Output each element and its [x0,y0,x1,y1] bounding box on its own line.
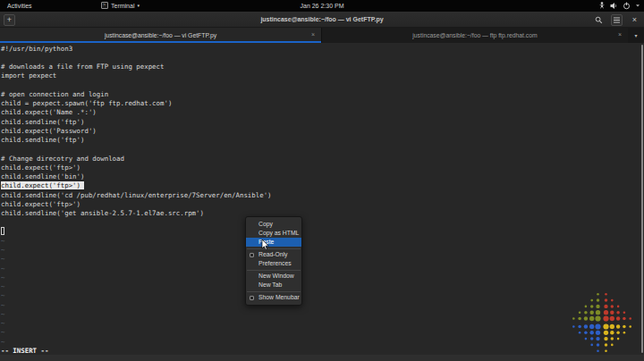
terminal-line [1,228,272,237]
menu-separator [247,248,301,249]
terminal-line: ~ [1,255,272,264]
tab-label: justincase@ansible:~/foo — vi GetFTP.py [105,32,216,38]
terminal-line: child.expect('ftp>') [1,181,272,190]
power-icon [623,2,631,10]
terminal-line: child.sendline('ftp') [1,136,272,145]
desktop-edge [0,355,644,361]
vi-tilde: ~ [1,338,4,346]
clock[interactable]: Jan 26 2:30 PM [0,3,644,9]
vi-tilde: ~ [1,264,4,273]
terminal-line: child.sendline('get ansible-2.5.7-1.el7a… [1,209,272,218]
terminal-line [1,54,272,63]
vi-mode-indicator: -- INSERT -- [1,347,272,355]
menu-item-paste[interactable]: Paste [246,238,301,247]
menu-separator [247,291,301,292]
mouse-cursor [261,239,270,251]
terminal-line: ~ [1,264,272,273]
terminal-line: child.expect('Name .*:') [1,108,272,117]
watermark-logo [564,284,640,361]
gnome-top-bar: Activities Terminal ▾ Jan 26 2:30 PM [0,0,644,12]
chevron-down-icon [635,4,640,8]
terminal-line: # open connection and login [1,90,272,99]
terminal-line: ~ [1,338,272,347]
vi-tilde: ~ [1,273,4,281]
terminal-line: ~ [1,291,272,300]
terminal-line: child.expect('ftp>') [1,164,272,172]
tab-vi-getftp[interactable]: justincase@ansible:~/foo — vi GetFTP.py … [0,28,322,43]
menu-item-copy[interactable]: Copy [246,220,301,229]
tab-ftp-session[interactable]: justincase@ansible:~/foo — ftp ftp.redha… [322,28,628,43]
menu-item-new-window[interactable]: New Window [246,272,301,281]
accessibility-icon [598,2,606,10]
chevron-down-icon: ▾ [634,32,637,38]
terminal-line [1,218,272,227]
vi-tilde: ~ [1,237,4,245]
checkbox-icon[interactable] [250,253,254,257]
vi-tilde: ~ [1,328,4,336]
vi-block-cursor [1,227,4,234]
vi-tilde: ~ [1,301,4,309]
terminal-line: child.sendline('bin') [1,172,272,181]
terminal-line: ~ [1,273,272,282]
vi-tilde: ~ [1,255,4,263]
terminal-line: ~ [1,319,272,328]
menu-item-new-tab[interactable]: New Tab [246,281,301,290]
tab-close-icon[interactable]: × [311,31,315,38]
terminal-line: ~ [1,328,272,337]
tab-label: justincase@ansible:~/foo — ftp ftp.redha… [412,32,537,38]
hamburger-icon [614,17,620,23]
tab-close-icon[interactable]: × [618,31,622,38]
menu-item-copy-as-html[interactable]: Copy as HTML [246,229,301,238]
menu-item-read-only[interactable]: Read-Only [246,250,301,259]
window-close-button[interactable]: × [629,14,640,26]
menu-item-preferences[interactable]: Preferences [246,259,301,268]
terminal-window-titlebar[interactable]: + justincase@ansible:~/foo — vi GetFTP.p… [0,12,644,28]
checkbox-icon[interactable] [250,296,254,300]
terminal-context-menu: CopyCopy as HTMLPasteRead-OnlyPreference… [245,216,302,306]
terminal-line: # downloads a file from FTP using pexpec… [1,63,272,71]
vi-buffer: #!/usr/bin/python3 # downloads a file fr… [1,45,272,356]
scrollbar[interactable] [641,45,643,353]
terminal-viewport[interactable]: #!/usr/bin/python3 # downloads a file fr… [0,43,644,355]
terminal-line: child.sendline('ftp') [1,118,272,127]
menu-item-show-menubar[interactable]: Show Menubar [246,293,301,302]
hamburger-menu-button[interactable] [611,14,623,26]
window-title: justincase@ansible:~/foo — vi GetFTP.py [0,16,644,22]
search-button[interactable] [593,14,605,26]
terminal-line: child.sendline('cd /pub/redhat/linux/ent… [1,191,272,200]
volume-icon [610,2,618,10]
terminal-line: child = pexpect.spawn('ftp ftp.redhat.co… [1,99,272,108]
terminal-line [1,145,272,154]
terminal-line [1,81,272,90]
vi-tilde: ~ [1,310,4,318]
vi-tilde: ~ [1,246,4,254]
terminal-line: ~ [1,282,272,291]
system-status-area[interactable] [598,1,640,11]
vi-tilde: ~ [1,282,4,290]
terminal-line: #!/usr/bin/python3 [1,45,272,54]
terminal-line: ~ [1,246,272,255]
tab-bar: justincase@ansible:~/foo — vi GetFTP.py … [0,28,644,43]
terminal-line: child.expect('Password') [1,127,272,136]
menu-separator [247,270,301,271]
selected-text: child.expect('ftp>') [1,181,84,189]
tab-list-dropdown-button[interactable]: ▾ [628,28,644,43]
terminal-line: ~ [1,310,272,319]
terminal-line: child.expect('ftp>') [1,200,272,209]
vi-tilde: ~ [1,291,4,299]
terminal-line: ~ [1,301,272,310]
terminal-line: import pexpect [1,71,272,80]
vi-tilde: ~ [1,319,4,327]
search-icon [595,16,603,24]
terminal-line: ~ [1,237,272,246]
terminal-line: # Change direcotry and download [1,155,272,164]
